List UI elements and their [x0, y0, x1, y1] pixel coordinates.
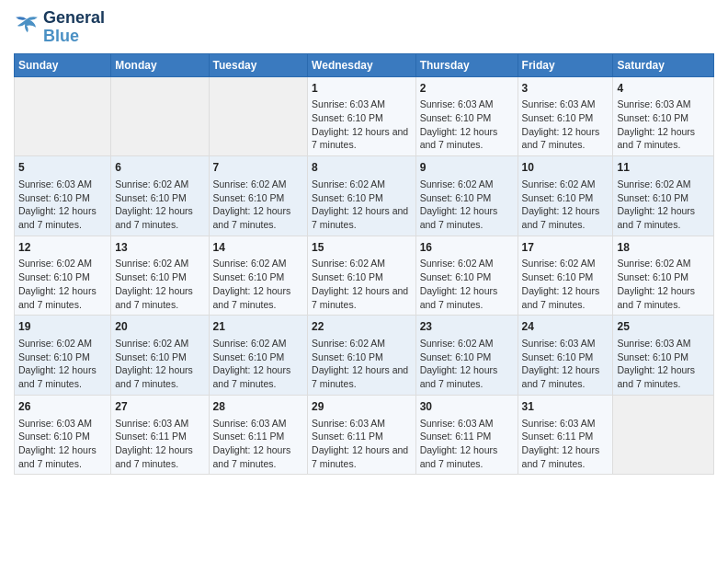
calendar-week-row: 5Sunrise: 6:03 AMSunset: 6:10 PMDaylight…: [15, 156, 714, 236]
day-number: 17: [522, 240, 609, 256]
day-info: Sunrise: 6:02 AMSunset: 6:10 PMDaylight:…: [420, 178, 514, 232]
calendar-cell: [209, 76, 308, 156]
calendar-cell: 9Sunrise: 6:02 AMSunset: 6:10 PMDaylight…: [415, 156, 518, 236]
day-info: Sunrise: 6:02 AMSunset: 6:10 PMDaylight:…: [617, 257, 710, 311]
calendar-cell: 29Sunrise: 6:03 AMSunset: 6:11 PMDayligh…: [308, 395, 416, 475]
day-number: 23: [420, 319, 514, 335]
calendar-cell: 5Sunrise: 6:03 AMSunset: 6:10 PMDaylight…: [15, 156, 111, 236]
day-number: 16: [420, 240, 514, 256]
day-info: Sunrise: 6:03 AMSunset: 6:10 PMDaylight:…: [18, 178, 107, 232]
calendar-table: SundayMondayTuesdayWednesdayThursdayFrid…: [14, 53, 714, 476]
day-number: 19: [18, 319, 107, 335]
calendar-cell: 26Sunrise: 6:03 AMSunset: 6:10 PMDayligh…: [15, 395, 111, 475]
calendar-cell: 27Sunrise: 6:03 AMSunset: 6:11 PMDayligh…: [111, 395, 209, 475]
day-number: 12: [18, 240, 107, 256]
calendar-cell: [15, 76, 111, 156]
calendar-cell: 4Sunrise: 6:03 AMSunset: 6:10 PMDaylight…: [613, 76, 714, 156]
calendar-cell: [613, 395, 714, 475]
calendar-cell: 19Sunrise: 6:02 AMSunset: 6:10 PMDayligh…: [15, 316, 111, 396]
day-info: Sunrise: 6:02 AMSunset: 6:10 PMDaylight:…: [420, 337, 514, 391]
calendar-cell: 22Sunrise: 6:02 AMSunset: 6:10 PMDayligh…: [308, 316, 416, 396]
day-info: Sunrise: 6:02 AMSunset: 6:10 PMDaylight:…: [213, 257, 304, 311]
calendar-cell: 3Sunrise: 6:03 AMSunset: 6:10 PMDaylight…: [518, 76, 613, 156]
calendar-cell: 13Sunrise: 6:02 AMSunset: 6:10 PMDayligh…: [111, 236, 209, 316]
logo-bird-icon: [14, 16, 40, 36]
day-number: 22: [312, 319, 412, 335]
calendar-cell: 15Sunrise: 6:02 AMSunset: 6:10 PMDayligh…: [308, 236, 416, 316]
day-info: Sunrise: 6:02 AMSunset: 6:10 PMDaylight:…: [115, 337, 204, 391]
day-number: 6: [115, 160, 204, 176]
calendar-cell: 11Sunrise: 6:02 AMSunset: 6:10 PMDayligh…: [613, 156, 714, 236]
day-number: 11: [617, 160, 710, 176]
header: GeneralBlue: [14, 9, 714, 46]
calendar-week-row: 1Sunrise: 6:03 AMSunset: 6:10 PMDaylight…: [15, 76, 714, 156]
day-info: Sunrise: 6:03 AMSunset: 6:11 PMDaylight:…: [312, 417, 412, 471]
day-header-sunday: Sunday: [15, 53, 111, 76]
calendar-cell: [111, 76, 209, 156]
calendar-cell: 2Sunrise: 6:03 AMSunset: 6:10 PMDaylight…: [415, 76, 518, 156]
day-info: Sunrise: 6:02 AMSunset: 6:10 PMDaylight:…: [213, 178, 304, 232]
calendar-cell: 30Sunrise: 6:03 AMSunset: 6:11 PMDayligh…: [415, 395, 518, 475]
calendar-cell: 10Sunrise: 6:02 AMSunset: 6:10 PMDayligh…: [518, 156, 613, 236]
day-header-monday: Monday: [111, 53, 209, 76]
day-header-tuesday: Tuesday: [209, 53, 308, 76]
day-info: Sunrise: 6:03 AMSunset: 6:11 PMDaylight:…: [213, 417, 304, 471]
calendar-cell: 23Sunrise: 6:02 AMSunset: 6:10 PMDayligh…: [415, 316, 518, 396]
day-number: 31: [522, 399, 609, 415]
day-number: 21: [213, 319, 304, 335]
calendar-header-row: SundayMondayTuesdayWednesdayThursdayFrid…: [15, 53, 714, 76]
day-info: Sunrise: 6:02 AMSunset: 6:10 PMDaylight:…: [617, 178, 710, 232]
calendar-cell: 16Sunrise: 6:02 AMSunset: 6:10 PMDayligh…: [415, 236, 518, 316]
calendar-cell: 24Sunrise: 6:03 AMSunset: 6:10 PMDayligh…: [518, 316, 613, 396]
calendar-week-row: 12Sunrise: 6:02 AMSunset: 6:10 PMDayligh…: [15, 236, 714, 316]
day-info: Sunrise: 6:02 AMSunset: 6:10 PMDaylight:…: [115, 257, 204, 311]
day-number: 13: [115, 240, 204, 256]
day-info: Sunrise: 6:02 AMSunset: 6:10 PMDaylight:…: [522, 178, 609, 232]
calendar-cell: 12Sunrise: 6:02 AMSunset: 6:10 PMDayligh…: [15, 236, 111, 316]
day-info: Sunrise: 6:02 AMSunset: 6:10 PMDaylight:…: [213, 337, 304, 391]
day-info: Sunrise: 6:03 AMSunset: 6:11 PMDaylight:…: [522, 417, 609, 471]
day-info: Sunrise: 6:02 AMSunset: 6:10 PMDaylight:…: [312, 178, 412, 232]
calendar-week-row: 19Sunrise: 6:02 AMSunset: 6:10 PMDayligh…: [15, 316, 714, 396]
day-number: 3: [522, 81, 609, 97]
day-info: Sunrise: 6:02 AMSunset: 6:10 PMDaylight:…: [18, 257, 107, 311]
calendar-cell: 18Sunrise: 6:02 AMSunset: 6:10 PMDayligh…: [613, 236, 714, 316]
day-header-friday: Friday: [518, 53, 613, 76]
day-number: 10: [522, 160, 609, 176]
day-number: 29: [312, 399, 412, 415]
day-number: 5: [18, 160, 107, 176]
day-info: Sunrise: 6:03 AMSunset: 6:10 PMDaylight:…: [522, 98, 609, 152]
logo-text: GeneralBlue: [43, 9, 105, 46]
calendar-cell: 14Sunrise: 6:02 AMSunset: 6:10 PMDayligh…: [209, 236, 308, 316]
day-info: Sunrise: 6:03 AMSunset: 6:10 PMDaylight:…: [18, 417, 107, 471]
day-info: Sunrise: 6:02 AMSunset: 6:10 PMDaylight:…: [18, 337, 107, 391]
day-info: Sunrise: 6:02 AMSunset: 6:10 PMDaylight:…: [312, 257, 412, 311]
day-info: Sunrise: 6:03 AMSunset: 6:10 PMDaylight:…: [312, 98, 412, 152]
day-number: 24: [522, 319, 609, 335]
day-info: Sunrise: 6:02 AMSunset: 6:10 PMDaylight:…: [115, 178, 204, 232]
day-info: Sunrise: 6:02 AMSunset: 6:10 PMDaylight:…: [420, 257, 514, 311]
logo: GeneralBlue: [14, 9, 105, 46]
day-header-thursday: Thursday: [415, 53, 518, 76]
calendar-cell: 7Sunrise: 6:02 AMSunset: 6:10 PMDaylight…: [209, 156, 308, 236]
calendar-cell: 6Sunrise: 6:02 AMSunset: 6:10 PMDaylight…: [111, 156, 209, 236]
day-number: 7: [213, 160, 304, 176]
calendar-cell: 20Sunrise: 6:02 AMSunset: 6:10 PMDayligh…: [111, 316, 209, 396]
day-number: 1: [312, 81, 412, 97]
day-number: 15: [312, 240, 412, 256]
calendar-cell: 31Sunrise: 6:03 AMSunset: 6:11 PMDayligh…: [518, 395, 613, 475]
day-info: Sunrise: 6:02 AMSunset: 6:10 PMDaylight:…: [312, 337, 412, 391]
day-number: 2: [420, 81, 514, 97]
day-number: 14: [213, 240, 304, 256]
day-info: Sunrise: 6:02 AMSunset: 6:10 PMDaylight:…: [522, 257, 609, 311]
calendar-cell: 17Sunrise: 6:02 AMSunset: 6:10 PMDayligh…: [518, 236, 613, 316]
day-info: Sunrise: 6:03 AMSunset: 6:10 PMDaylight:…: [420, 98, 514, 152]
day-number: 8: [312, 160, 412, 176]
calendar-cell: 1Sunrise: 6:03 AMSunset: 6:10 PMDaylight…: [308, 76, 416, 156]
calendar-cell: 25Sunrise: 6:03 AMSunset: 6:10 PMDayligh…: [613, 316, 714, 396]
day-info: Sunrise: 6:03 AMSunset: 6:11 PMDaylight:…: [420, 417, 514, 471]
day-header-wednesday: Wednesday: [308, 53, 416, 76]
day-number: 28: [213, 399, 304, 415]
day-number: 27: [115, 399, 204, 415]
day-info: Sunrise: 6:03 AMSunset: 6:11 PMDaylight:…: [115, 417, 204, 471]
